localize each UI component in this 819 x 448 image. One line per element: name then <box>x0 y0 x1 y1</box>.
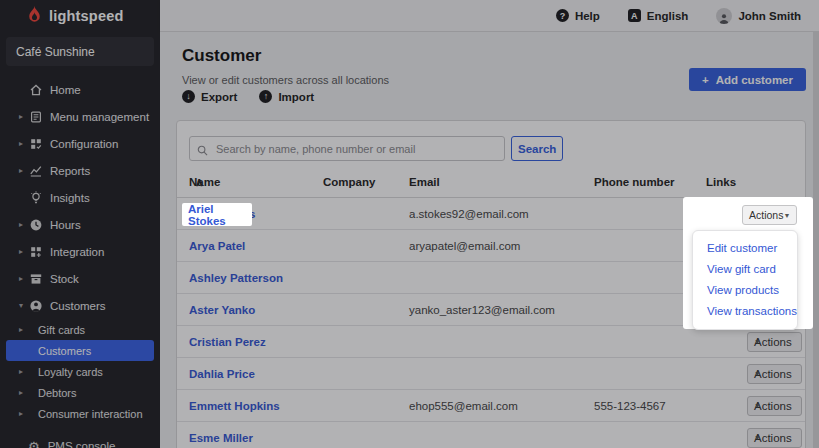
app-window: lightspeed Café Sunshine Home ▸ Menu man… <box>0 0 819 448</box>
actions-menu-item-view-gift-card[interactable]: View gift card <box>693 259 797 280</box>
customer-name-link[interactable]: Ariel Stokes <box>188 203 252 227</box>
actions-dropdown: Edit customerView gift cardView products… <box>692 230 798 330</box>
actions-menu-item-view-products[interactable]: View products <box>693 280 797 301</box>
actions-menu-item-view-transactions[interactable]: View transactions <box>693 301 797 322</box>
caret-down-icon: ▼ <box>783 212 790 219</box>
actions-menu-item-edit-customer[interactable]: Edit customer <box>693 238 797 259</box>
spotlight-customer-name: Ariel Stokes <box>182 203 252 226</box>
spotlight-actions-menu: Actions▼ Edit customerView gift cardView… <box>683 197 813 329</box>
actions-button[interactable]: Actions▼ <box>742 205 797 225</box>
